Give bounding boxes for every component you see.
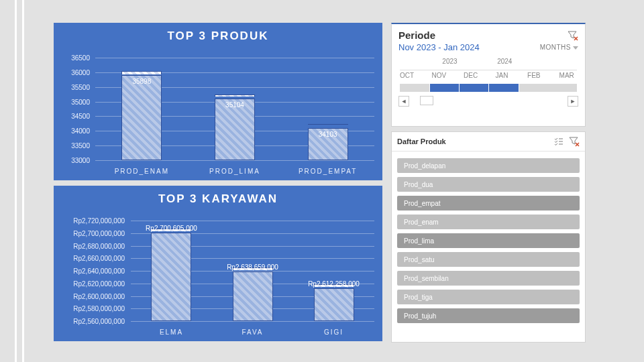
product-slicer-item[interactable]: Prod_satu xyxy=(397,252,580,267)
bar-value-label: Rp2,700,605,000 xyxy=(131,225,211,232)
x-axis-category: PROD_ENAM xyxy=(108,168,175,175)
x-axis-category: PROD_LIMA xyxy=(201,168,268,175)
clear-filter-icon[interactable] xyxy=(568,30,578,41)
x-axis-category: GIGI xyxy=(301,328,368,336)
chart2-title: TOP 3 KARYAWAN xyxy=(54,186,382,206)
y-axis-tick: 35000 xyxy=(71,98,90,105)
scrollbar-handle[interactable] xyxy=(420,96,433,105)
y-axis-tick: Rp2,700,000,000 xyxy=(73,229,125,237)
periode-range: Nov 2023 - Jan 2024 xyxy=(398,42,480,52)
bar-gigi: Rp2,612,258,000 xyxy=(314,288,354,321)
y-axis-tick: 33500 xyxy=(71,142,90,149)
y-axis-tick: Rp2,640,000,000 xyxy=(73,267,125,275)
y-axis-tick: 36000 xyxy=(71,68,90,76)
product-slicer-item[interactable]: Prod_empat xyxy=(397,196,580,210)
year-label: 2024 xyxy=(497,58,512,65)
bar-prod_empat: 34103 xyxy=(308,128,348,160)
chevron-down-icon xyxy=(573,46,578,50)
y-axis-tick: 33000 xyxy=(71,157,90,164)
product-slicer-item[interactable]: Prod_enam xyxy=(397,215,580,229)
product-slicer-item[interactable]: Prod_lima xyxy=(397,233,580,248)
daftar-produk-slicer: Daftar Produk Prod_delapanProd_duaProd_e… xyxy=(391,131,586,343)
y-axis-tick: 34000 xyxy=(71,127,90,135)
month-label[interactable]: OCT xyxy=(400,72,414,79)
month-label[interactable]: FEB xyxy=(527,72,540,79)
bar-value-label: 35898 xyxy=(122,78,161,85)
x-axis-category: ELMA xyxy=(138,328,205,336)
periode-timeline-slicer[interactable]: Periode Nov 2023 - Jan 2024 MONTHS 20232… xyxy=(391,23,586,127)
timeline-selected-segment[interactable] xyxy=(459,84,490,92)
bar-value-label: 34103 xyxy=(309,131,347,138)
bar-value-label: Rp2,612,258,000 xyxy=(294,280,374,288)
chart1-title: TOP 3 PRODUK xyxy=(54,23,382,43)
month-label[interactable]: MAR xyxy=(559,72,574,79)
month-label[interactable]: NOV xyxy=(432,72,447,79)
scroll-right-button[interactable]: ► xyxy=(568,96,578,107)
bar-value-label: Rp2,638,659,000 xyxy=(213,263,292,271)
y-axis-tick: 36500 xyxy=(71,54,90,62)
year-label: 2023 xyxy=(442,58,457,65)
timeline-selected-segment[interactable] xyxy=(429,84,460,92)
periode-title: Periode xyxy=(398,29,435,41)
clear-filter-icon[interactable] xyxy=(569,136,580,147)
top-produk-chart: TOP 3 PRODUK 330003350034000345003500035… xyxy=(54,23,382,180)
y-axis-tick: Rp2,560,000,000 xyxy=(73,318,125,325)
top-karyawan-chart: TOP 3 KARYAWAN Rp2,560,000,000Rp2,580,00… xyxy=(54,186,382,341)
bar-prod_enam: 35898 xyxy=(121,75,162,160)
x-axis-category: FAVA xyxy=(219,328,286,336)
daftar-title: Daftar Produk xyxy=(397,137,446,145)
y-axis-tick: Rp2,600,000,000 xyxy=(73,292,125,300)
periode-granularity[interactable]: MONTHS xyxy=(540,44,578,51)
y-axis-tick: Rp2,720,000,000 xyxy=(73,217,125,225)
bar-fava: Rp2,638,659,000 xyxy=(233,272,273,321)
scroll-left-button[interactable]: ◄ xyxy=(398,96,409,107)
bar-value-label: 35104 xyxy=(215,101,254,109)
multi-select-icon[interactable] xyxy=(554,137,564,146)
y-axis-tick: Rp2,680,000,000 xyxy=(73,242,125,249)
bar-elma: Rp2,700,605,000 xyxy=(151,233,191,321)
y-axis-tick: Rp2,620,000,000 xyxy=(73,280,125,287)
y-axis-tick: Rp2,660,000,000 xyxy=(73,255,125,262)
product-slicer-item[interactable]: Prod_tujuh xyxy=(397,308,580,323)
timeline-selected-segment[interactable] xyxy=(488,84,519,92)
x-axis-category: PROD_EMPAT xyxy=(294,168,362,175)
y-axis-tick: 34500 xyxy=(71,113,90,120)
month-label[interactable]: DEC xyxy=(464,72,478,79)
product-slicer-item[interactable]: Prod_dua xyxy=(397,177,580,192)
product-slicer-item[interactable]: Prod_tiga xyxy=(397,290,580,304)
y-axis-tick: 35500 xyxy=(71,83,90,90)
product-slicer-item[interactable]: Prod_delapan xyxy=(397,158,580,173)
month-label[interactable]: JAN xyxy=(496,72,508,79)
product-slicer-item[interactable]: Prod_sembilan xyxy=(397,271,580,286)
bar-prod_lima: 35104 xyxy=(215,99,255,160)
y-axis-tick: Rp2,580,000,000 xyxy=(73,305,125,312)
